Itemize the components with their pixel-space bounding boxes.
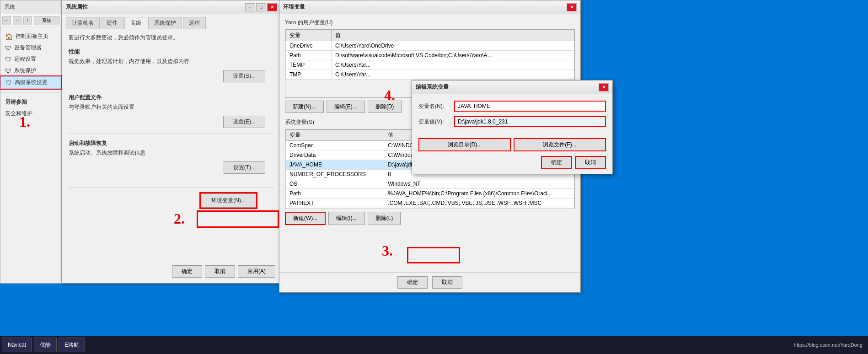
- security-label: 安全和维护: [5, 110, 32, 118]
- var-value: D:\software\visualcode\Microsoft VS Code…: [331, 51, 574, 60]
- var-name: Path: [286, 51, 332, 60]
- nav-up-button[interactable]: ↑: [23, 16, 32, 25]
- nav-forward-button[interactable]: →: [13, 16, 21, 25]
- envvar-title: 环境变量: [283, 3, 305, 11]
- table-row[interactable]: Path %JAVA_HOME%\bin;C:\Program Files (x…: [286, 189, 574, 198]
- explorer-window: 系统 ← → ↑ 系统 🏠 控制面板主页 🛡 设备管理器 🛡 远程设置 🛡 系: [0, 0, 62, 284]
- tab-label: 硬件: [107, 20, 118, 26]
- sidebar-item-security[interactable]: 安全和维护: [0, 108, 61, 119]
- tab-remote[interactable]: 远程: [183, 17, 206, 29]
- minimize-button[interactable]: ─: [245, 3, 255, 11]
- var-value: .COM;.EXE;.BAT;.CMD;.VBS;.VBE;.JS;.JSE;.…: [384, 198, 574, 208]
- envvar-cancel-button[interactable]: 取消: [432, 276, 462, 289]
- explorer-nav: ← → ↑ 系统: [0, 14, 61, 27]
- edit-dialog-close-button[interactable]: ✕: [599, 83, 609, 91]
- tab-system-protection[interactable]: 系统保护: [148, 17, 182, 29]
- var-name: PATHEXT: [286, 198, 384, 208]
- taskbar-label: Navicat: [8, 342, 26, 348]
- taskbar-url: https://blog.csdn.net/YaroDong: [794, 342, 866, 348]
- performance-desc: 视觉效果，处理器计划，内存使用，以及虚拟内存: [69, 58, 274, 65]
- table-row[interactable]: Path D:\software\visualcode\Microsoft VS…: [286, 51, 574, 60]
- table-row[interactable]: TEMP C:\Users\Yar...: [286, 60, 574, 70]
- env-vars-button[interactable]: 环境变量(N)...: [201, 193, 256, 208]
- startup-desc: 系统启动、系统故障和调试信息: [69, 149, 274, 157]
- user-profile-settings-button[interactable]: 设置(E)...: [223, 116, 265, 128]
- name-field-row: 变量名(N):: [418, 101, 606, 112]
- name-field-label: 变量名(N):: [418, 102, 450, 110]
- value-field-input[interactable]: [454, 116, 606, 127]
- startup-title: 启动和故障恢复: [69, 139, 274, 147]
- desktop: 系统 ← → ↑ 系统 🏠 控制面板主页 🛡 设备管理器 🛡 远程设置 🛡 系: [0, 0, 868, 354]
- tab-advanced[interactable]: 高级: [124, 17, 147, 29]
- explorer-title: 系统: [4, 3, 15, 11]
- col-value-header: 值: [331, 30, 574, 41]
- envvar-ok-button[interactable]: 确定: [397, 276, 428, 289]
- user-profile-desc: 与登录帐户相关的桌面设置: [69, 103, 274, 111]
- sys-delete-button[interactable]: 删除(L): [368, 212, 401, 225]
- sidebar-item-label: 设备管理器: [14, 44, 42, 52]
- tab-label: 计算机名: [72, 20, 94, 26]
- envvar-titlebar: 环境变量 ✕: [279, 0, 580, 14]
- sys-vars-btn-row: 新建(W)... 编辑(I)... 删除(L): [285, 212, 575, 225]
- taskbar-youku[interactable]: 优酷: [34, 338, 57, 352]
- sysprop-ok-button[interactable]: 确定: [172, 265, 202, 278]
- sidebar-item-device-manager[interactable]: 🛡 设备管理器: [0, 42, 61, 54]
- sysprop-titlebar: 系统属性 ─ □ ✕: [62, 0, 281, 14]
- envvar-close-button[interactable]: ✕: [567, 3, 577, 11]
- var-value: C:\Users\Yar...: [331, 60, 574, 70]
- sysprop-apply-button[interactable]: 应用(A): [238, 265, 275, 278]
- user-new-button[interactable]: 新建(N)...: [285, 101, 324, 113]
- startup-settings-button[interactable]: 设置(T)...: [224, 161, 265, 174]
- var-value: Windows_NT: [384, 179, 574, 189]
- tab-label: 高级: [130, 20, 141, 26]
- sidebar-item-advanced-settings[interactable]: 🛡 高级系统设置: [0, 76, 61, 89]
- browse-file-button[interactable]: 浏览文件(F)...: [514, 138, 606, 151]
- sidebar-item-system-protection[interactable]: 🛡 系统保护: [0, 65, 61, 76]
- edit-dialog-ok-button[interactable]: 确定: [541, 156, 572, 169]
- edit-dialog-cancel-button[interactable]: 取消: [575, 156, 606, 169]
- table-row[interactable]: OS Windows_NT: [286, 179, 574, 189]
- sidebar-item-label: 控制面板主页: [16, 32, 48, 40]
- sidebar-item-label: 系统保护: [14, 67, 36, 75]
- also-see-label: 另请参阅: [0, 97, 61, 108]
- table-row[interactable]: OneDrive C:\Users\Yaro\OneDrive: [286, 41, 574, 51]
- user-delete-button[interactable]: 删除(D): [368, 101, 402, 113]
- var-name: OneDrive: [286, 41, 332, 51]
- sidebar-item-remote-settings[interactable]: 🛡 远程设置: [0, 54, 61, 65]
- var-name: Path: [286, 189, 384, 198]
- nav-address-bar[interactable]: 系统: [34, 16, 59, 25]
- close-button[interactable]: ✕: [267, 3, 277, 11]
- edit-dialog-titlebar: 编辑系统变量 ✕: [412, 80, 612, 94]
- remote-icon: 🛡: [5, 56, 11, 63]
- advanced-icon: 🛡: [5, 79, 12, 86]
- table-row[interactable]: TMP C:\Users\Yar...: [286, 70, 574, 80]
- var-value: C:\Users\Yar...: [331, 70, 574, 80]
- nav-back-button[interactable]: ←: [2, 16, 11, 25]
- browse-dir-button[interactable]: 浏览目录(D)...: [418, 138, 511, 151]
- var-value: C:\Users\Yaro\OneDrive: [331, 41, 574, 51]
- taskbar: Navicat 优酷 E路航 https://blog.csdn.net/Yar…: [0, 336, 868, 354]
- tab-computer-name[interactable]: 计算机名: [66, 17, 100, 29]
- table-row[interactable]: PROCESSOR_ARCHITECTURE AMD64: [286, 208, 574, 209]
- performance-settings-button[interactable]: 设置(S)...: [223, 70, 265, 82]
- tab-hardware[interactable]: 硬件: [101, 17, 123, 29]
- edit-dialog-title: 编辑系统变量: [416, 83, 449, 91]
- sys-edit-button[interactable]: 编辑(I)...: [328, 212, 364, 225]
- name-field-input[interactable]: [454, 101, 606, 112]
- taskbar-navicat[interactable]: Navicat: [2, 338, 32, 352]
- col-name-header: 变量: [286, 130, 384, 141]
- maximize-button[interactable]: □: [256, 3, 266, 11]
- user-edit-button[interactable]: 编辑(E)...: [327, 101, 365, 113]
- sysprop-window: 系统属性 ─ □ ✕ 计算机名 硬件 高级 系统保护 远程: [62, 0, 281, 284]
- envvar-window-controls: ✕: [567, 3, 577, 11]
- sidebar-item-control-panel[interactable]: 🏠 控制面板主页: [0, 31, 61, 42]
- table-row[interactable]: PATHEXT .COM;.EXE;.BAT;.CMD;.VBS;.VBE;.J…: [286, 198, 574, 208]
- var-value: AMD64: [384, 208, 574, 209]
- value-field-label: 变量值(V):: [418, 118, 450, 126]
- sys-new-button[interactable]: 新建(W)...: [285, 212, 326, 225]
- shield-icon: 🛡: [5, 67, 11, 75]
- taskbar-elu[interactable]: E路航: [59, 338, 85, 352]
- sysprop-cancel-button[interactable]: 取消: [205, 265, 235, 278]
- edit-dialog-browse-row: 浏览目录(D)... 浏览文件(F)...: [412, 138, 612, 156]
- tab-label: 远程: [189, 20, 200, 26]
